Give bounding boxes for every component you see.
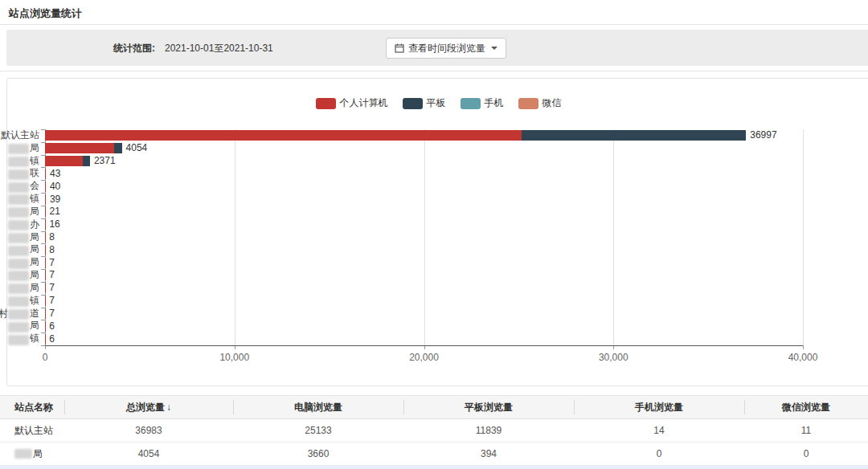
bar-value-label: 16 (49, 219, 59, 230)
table-header-电脑浏览量[interactable]: 电脑浏览量 (233, 401, 403, 414)
x-axis-tick-label: 0 (43, 352, 48, 363)
table-header-平板浏览量[interactable]: 平板浏览量 (403, 401, 574, 414)
y-axis-category-label: 局 (8, 231, 39, 244)
y-axis-category-label: 镇 (8, 193, 39, 206)
table-row: 局4054366039400 (0, 442, 868, 466)
bar-value-label: 2371 (94, 156, 116, 166)
bar-segment-pc[interactable] (45, 169, 46, 179)
calendar-icon (395, 43, 404, 53)
x-axis-tick-label: 30,000 (599, 352, 628, 363)
y-axis-tick (41, 167, 45, 168)
bar-value-label: 39 (50, 194, 60, 205)
legend-swatch (461, 98, 481, 109)
redacted-text (8, 207, 29, 218)
y-axis-category-label: 镇 (8, 155, 39, 168)
site-name-cell: 默认主站 (0, 424, 64, 438)
value-cell: 11839 (403, 425, 574, 436)
bar-value-label: 8 (49, 232, 55, 243)
redacted-text (8, 271, 29, 281)
chart-legend: 个人计算机平板手机微信 (7, 96, 868, 110)
grid-line (235, 129, 235, 345)
redacted-text (8, 309, 29, 320)
y-axis-category-label: 局 (8, 282, 39, 295)
redacted-text (8, 259, 29, 269)
bar-value-label: 36997 (750, 130, 776, 141)
bar-value-label: 4054 (126, 143, 148, 153)
bar-value-label: 7 (49, 258, 55, 268)
value-cell: 0 (744, 448, 868, 459)
y-axis-category-label: 默认主站 (1, 129, 39, 142)
bar-value-label: 6 (49, 334, 55, 345)
view-time-range-button[interactable]: 查看时间段浏览量 (386, 38, 506, 59)
y-axis-category-label: 镇 (8, 332, 39, 345)
table-row-partial (0, 466, 868, 469)
bar-value-label: 7 (49, 283, 55, 293)
value-cell: 3660 (233, 448, 403, 459)
redacted-text (8, 169, 29, 180)
bar-segment-pc[interactable] (45, 156, 83, 166)
y-axis-category-label: 村道 (0, 308, 39, 320)
chevron-down-icon (491, 47, 497, 50)
redacted-text (8, 157, 29, 167)
bar-segment-pc[interactable] (45, 143, 114, 153)
bar-segment-tablet[interactable] (522, 130, 747, 141)
stat-range-label: 统计范围: (51, 42, 155, 55)
table-header-总浏览量[interactable]: 总浏览量↓ (64, 401, 233, 414)
redacted-text (8, 182, 29, 193)
site-views-table: 站点名称总浏览量↓电脑浏览量平板浏览量手机浏览量微信浏览量默认主站3698325… (0, 395, 868, 469)
x-axis-tick (803, 345, 804, 349)
bar-value-label: 7 (49, 270, 55, 280)
legend-item-微信[interactable]: 微信 (518, 96, 562, 110)
bar-segment-pc[interactable] (45, 194, 46, 205)
sort-desc-icon: ↓ (166, 402, 171, 413)
table-row: 默认主站3698325133118391411 (0, 419, 868, 442)
bar-value-label: 8 (49, 245, 55, 255)
redacted-text (8, 322, 29, 332)
y-axis-tick (41, 345, 45, 346)
redacted-text (8, 194, 29, 205)
legend-label: 手机 (485, 96, 504, 110)
y-axis-category-label: 局 (8, 206, 39, 218)
page-title: 站点浏览量统计 (9, 6, 82, 21)
x-axis-line (45, 345, 803, 346)
x-axis-tick-label: 10,000 (219, 352, 249, 363)
legend-swatch (518, 98, 538, 109)
value-cell: 11 (744, 425, 868, 436)
bar-segment-tablet[interactable] (83, 156, 90, 166)
value-cell: 0 (574, 448, 744, 459)
bar-segment-pc[interactable] (45, 130, 522, 141)
y-axis-category-label: 局 (8, 243, 39, 256)
grid-line (803, 129, 804, 345)
value-cell: 14 (574, 425, 744, 436)
legend-item-手机[interactable]: 手机 (461, 96, 504, 110)
legend-item-个人计算机[interactable]: 个人计算机 (316, 96, 388, 110)
table-header-站点名称[interactable]: 站点名称 (0, 401, 64, 414)
view-time-range-button-label: 查看时间段浏览量 (408, 42, 485, 55)
title-divider (0, 24, 868, 25)
filter-panel: 统计范围: 2021-10-01至2021-10-31 查看时间段浏览量 (6, 30, 868, 66)
redacted-text (14, 449, 32, 459)
value-cell: 394 (403, 448, 574, 459)
table-header-手机浏览量[interactable]: 手机浏览量 (574, 401, 744, 414)
y-axis-category-label: 办 (8, 218, 39, 231)
value-cell: 4054 (64, 448, 233, 459)
bar-segment-tablet[interactable] (114, 143, 121, 153)
site-views-chart: 个人计算机平板手机微信 010,00020,00030,00040,000默认主… (6, 78, 868, 386)
legend-label: 个人计算机 (340, 96, 388, 110)
y-axis-category-label: 联 (8, 167, 39, 180)
y-axis-category-label: 会 (8, 180, 39, 193)
grid-line (424, 129, 425, 345)
stat-range-value: 2021-10-01至2021-10-31 (165, 42, 273, 55)
site-name-cell: 局 (0, 447, 64, 461)
redacted-text (8, 144, 29, 154)
y-axis-category-label: 镇 (8, 295, 39, 308)
y-axis-category-label: 局 (8, 142, 39, 155)
bar-segment-pc[interactable] (45, 181, 46, 192)
table-header-微信浏览量[interactable]: 微信浏览量 (744, 401, 868, 414)
value-cell: 25133 (233, 425, 403, 436)
redacted-text (8, 296, 29, 307)
bar-value-label: 7 (49, 308, 55, 319)
legend-item-平板[interactable]: 平板 (403, 96, 446, 110)
table-header-row: 站点名称总浏览量↓电脑浏览量平板浏览量手机浏览量微信浏览量 (0, 395, 868, 419)
redacted-text (8, 220, 29, 230)
